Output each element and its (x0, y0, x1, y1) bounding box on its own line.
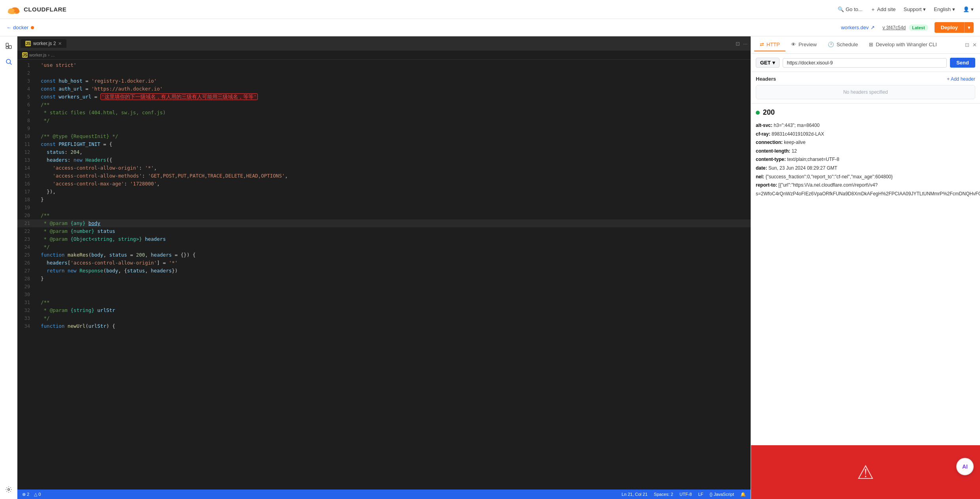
expand-panel-icon[interactable]: ⊡ (965, 42, 969, 48)
editor-tabs: JS worker.js 2 ✕ ⊡ ··· (17, 36, 751, 51)
bell-icon[interactable]: 🔔 (740, 492, 746, 497)
code-line: 34 function newUrl(urlStr) { (17, 322, 751, 330)
code-line: 3 const hub_host = 'registry-1.docker.io… (17, 77, 751, 85)
close-panel-icon[interactable]: ✕ (972, 42, 977, 48)
url-input[interactable] (783, 58, 947, 68)
editor-breadcrumb: JS worker.js › ... (17, 51, 751, 60)
code-line: 17 }), (17, 188, 751, 196)
latest-badge: Latest (909, 25, 928, 31)
code-line-highlighted: 5 const workers_url = '这里填你的下一级域名，有人用的三级… (17, 93, 751, 101)
back-arrow-icon: ← (6, 25, 11, 30)
wrangler-tab-label: Develop with Wrangler CLI (876, 42, 936, 47)
tab-schedule[interactable]: 🕐 Schedule (822, 38, 863, 51)
sidebar-search-icon[interactable] (2, 55, 15, 68)
content-type-label: content-type: (756, 157, 786, 162)
date-label: date: (756, 165, 767, 171)
editor-tab-actions: ⊡ ··· (736, 41, 747, 47)
preview-tab-icon: 👁 (791, 42, 796, 47)
connection-label: connection: (756, 140, 783, 145)
main-content: JS worker.js 2 ✕ ⊡ ··· JS worker.js › ..… (0, 36, 980, 499)
tab-http[interactable]: ⇄ HTTP (754, 38, 785, 51)
code-line: 29 (17, 283, 751, 291)
code-line: 4 const auth_url = 'https://auth.docker.… (17, 85, 751, 93)
goto-link[interactable]: 🔍 Go to... (838, 6, 863, 12)
add-header-button[interactable]: + Add header (947, 76, 975, 82)
sidebar-settings-icon[interactable] (2, 483, 15, 496)
report-to-val: [{"url":"https:\/\/a.nel.cloudflare.com\… (756, 182, 980, 197)
content-type-val: text/plain;charset=UTF-8 (787, 157, 839, 162)
nel-label: nel: (756, 174, 764, 180)
user-icon: 👤 (963, 6, 969, 12)
workers-dev-link[interactable]: workers.dev ↗ (841, 25, 874, 30)
deploy-button[interactable]: Deploy (935, 22, 964, 33)
response-section: 200 alt-svc: h3=":443"; ma=86400 cf-ray:… (751, 104, 980, 445)
code-line: 8 */ (17, 117, 751, 125)
external-link-icon: ↗ (870, 25, 875, 30)
status-bar: ⊗ 2 △ 0 Ln 21, Col 21 Spaces: 2 UTF-8 LF… (17, 490, 751, 499)
breadcrumb-sep: › (48, 53, 49, 57)
back-link[interactable]: ← docker (6, 25, 28, 30)
logo: CLOUDFLARE (6, 5, 66, 14)
http-tab-label: HTTP (766, 42, 780, 47)
breadcrumb-filename: worker.js (29, 53, 46, 57)
code-line: 15 'access-control-allow-methods': 'GET,… (17, 172, 751, 180)
deploy-dropdown-button[interactable]: ▾ (964, 22, 974, 33)
cf-ray-val: 89831c440191092d-LAX (772, 131, 824, 137)
version-info: v 3f47c54d Latest (883, 25, 928, 31)
error-count[interactable]: ⊗ 2 (22, 492, 29, 497)
tab-wrangler[interactable]: ⊞ Develop with Wrangler CLI (863, 38, 942, 51)
close-tab-icon[interactable]: ✕ (58, 41, 62, 46)
svg-point-9 (8, 489, 9, 491)
support-link[interactable]: Support ▾ (904, 6, 926, 12)
date-val: Sun, 23 Jun 2024 08:29:27 GMT (768, 165, 837, 171)
code-line: 33 */ (17, 314, 751, 322)
code-line: 32 * @param {string} urlStr (17, 306, 751, 314)
warning-triangle-icon: ⚠ (857, 461, 874, 483)
request-bar: GET ▾ Send (751, 54, 980, 72)
code-line: 28 } (17, 275, 751, 283)
cf-ray-label: cf-ray: (756, 131, 770, 137)
user-menu[interactable]: 👤 ▾ (963, 6, 974, 12)
code-line: 13 headers: new Headers({ (17, 156, 751, 164)
preview-tab-label: Preview (798, 42, 817, 47)
report-to-label: report-to: (756, 182, 777, 188)
status-bar-right: Ln 21, Col 21 Spaces: 2 UTF-8 LF {} Java… (622, 492, 746, 497)
send-button[interactable]: Send (950, 58, 975, 68)
more-options-icon[interactable]: ··· (743, 41, 747, 47)
code-line: 25 function makeRes(body, status = 200, … (17, 251, 751, 259)
cursor-position: Ln 21, Col 21 (622, 492, 647, 497)
method-button[interactable]: GET ▾ (756, 58, 779, 68)
top-nav: CLOUDFLARE 🔍 Go to... ＋ Add site Support… (0, 0, 980, 19)
js-file-icon: JS (25, 41, 31, 46)
content-length-val: 12 (792, 148, 797, 154)
wrangler-tab-icon: ⊞ (869, 42, 873, 47)
headers-section: Headers + Add header No headers specifie… (751, 72, 980, 104)
breadcrumb-path: ... (51, 53, 55, 57)
split-editor-icon[interactable]: ⊡ (736, 41, 740, 47)
language-info[interactable]: {} JavaScript (709, 492, 734, 497)
svg-line-8 (10, 63, 11, 64)
code-line: 2 (17, 69, 751, 77)
version-hash[interactable]: v 3f47c54d (883, 25, 906, 30)
code-line: 22 * @param {number} status (17, 227, 751, 235)
encoding-info: UTF-8 (679, 492, 692, 497)
response-status: 200 (756, 108, 975, 117)
headers-label: Headers (756, 76, 776, 82)
alt-svc-val: h3=":443"; ma=86400 (774, 123, 819, 128)
language-link[interactable]: English ▾ (934, 6, 955, 12)
content-length-label: content-length: (756, 148, 790, 154)
ai-assistant-button[interactable]: AI (956, 458, 974, 475)
warning-count[interactable]: △ 0 (34, 492, 41, 497)
sidebar-files-icon[interactable] (2, 40, 15, 52)
status-dot (756, 111, 760, 115)
code-line: 6 /** (17, 101, 751, 109)
right-tab-actions: ⊡ ✕ (965, 42, 977, 48)
no-headers-box: No headers specified (756, 85, 975, 99)
editor-tab-workerjs[interactable]: JS worker.js 2 ✕ (21, 39, 66, 48)
unsaved-indicator (31, 26, 34, 29)
tab-preview[interactable]: 👁 Preview (785, 38, 822, 51)
code-area[interactable]: 1 'use strict' 2 3 const hub_host = 'reg… (17, 60, 751, 490)
addsite-link[interactable]: ＋ Add site (870, 6, 896, 13)
code-line: 27 return new Response(body, {status, he… (17, 267, 751, 275)
nav-actions: 🔍 Go to... ＋ Add site Support ▾ English … (838, 6, 974, 13)
